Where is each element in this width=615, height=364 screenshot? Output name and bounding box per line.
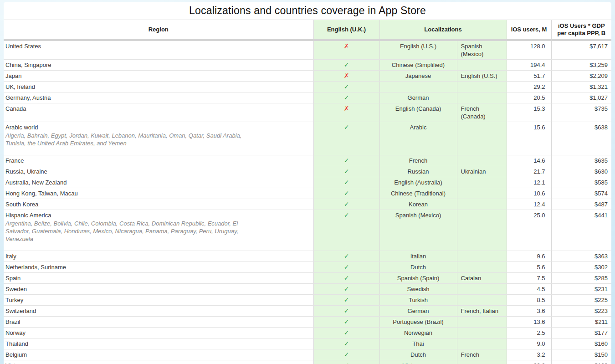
column-header-localizations: Localizations: [379, 20, 507, 41]
english-uk-cell: ✓: [313, 349, 379, 360]
english-uk-cell: ✓: [313, 295, 379, 306]
ios-users-cell: 2.5: [507, 328, 551, 338]
gdp-cell: $231: [551, 284, 611, 295]
check-icon: ✓: [344, 340, 349, 347]
region-name: China, Singapore: [5, 61, 312, 69]
english-uk-cell: ✓: [313, 360, 379, 364]
english-uk-cell: ✓: [313, 273, 379, 284]
table-row: Thailand✓Thai9.0$160: [4, 338, 611, 349]
gdp-cell: $574: [551, 188, 611, 199]
cross-icon: ✗: [344, 72, 349, 79]
english-uk-cell: ✓: [313, 92, 379, 103]
english-uk-cell: ✓: [313, 166, 379, 177]
localization-secondary-cell: [457, 60, 507, 71]
english-uk-cell: ✓: [313, 251, 379, 262]
check-icon: ✓: [344, 263, 349, 271]
check-icon: ✓: [344, 190, 349, 197]
ios-users-cell: 8.5: [507, 295, 551, 306]
localization-primary-cell: Turkish: [379, 295, 457, 306]
check-icon: ✓: [344, 329, 349, 336]
english-uk-cell: ✗: [313, 40, 379, 60]
gdp-cell: $630: [551, 166, 611, 177]
ios-users-cell: 4.5: [507, 284, 551, 295]
gdp-cell: $487: [551, 199, 611, 210]
table-row: France✓French14.6$635: [4, 155, 611, 166]
region-name: Japan: [5, 72, 312, 80]
localization-primary-cell: Korean: [379, 199, 457, 210]
gdp-cell: $285: [551, 273, 611, 284]
table-row: Norway✓Norwegian2.5$177: [4, 328, 611, 338]
gdp-cell: $3,259: [551, 60, 611, 71]
ios-users-cell: 21.7: [507, 166, 551, 177]
english-uk-cell: ✓: [313, 328, 379, 338]
english-uk-cell: ✓: [313, 60, 379, 71]
region-name: Hispanic America: [5, 211, 312, 219]
check-icon: ✓: [344, 123, 349, 131]
table-row: Italy✓Italian9.6$363: [4, 251, 611, 262]
cross-icon: ✗: [344, 105, 349, 112]
localization-primary-cell: French: [379, 155, 457, 166]
gdp-cell: $1,027: [551, 92, 611, 103]
region-cell: Spain: [4, 273, 313, 284]
check-icon: ✓: [344, 94, 349, 101]
localization-primary-cell: English (Australia): [379, 177, 457, 188]
region-cell: Canada: [4, 103, 313, 122]
localization-secondary-cell: [457, 328, 507, 338]
ios-users-cell: 9.0: [507, 338, 551, 349]
localization-primary-cell: Dutch: [379, 349, 457, 360]
localization-secondary-cell: [457, 155, 507, 166]
check-icon: ✓: [344, 157, 349, 164]
english-uk-cell: ✓: [313, 284, 379, 295]
ios-users-cell: 7.5: [507, 273, 551, 284]
region-cell: Sweden: [4, 284, 313, 295]
region-name: Thailand: [5, 340, 312, 348]
header-row: Region English (U.K.) Localizations iOS …: [4, 20, 611, 41]
region-cell: Hong Kong, Taiwan, Macau: [4, 188, 313, 199]
ios-users-cell: 3.6: [507, 306, 551, 317]
localization-primary-cell: German: [379, 92, 457, 103]
check-icon: ✓: [344, 61, 349, 68]
english-uk-cell: ✓: [313, 155, 379, 166]
ios-users-cell: 3.2: [507, 349, 551, 360]
localization-secondary-cell: French, Italian: [457, 306, 507, 317]
gdp-cell: $150: [551, 349, 611, 360]
region-note: Argentina, Belize, Bolivia, Chile, Colom…: [5, 220, 261, 243]
table-header: Region English (U.K.) Localizations iOS …: [4, 20, 611, 41]
localization-primary-cell: English (Canada): [379, 103, 457, 122]
check-icon: ✓: [344, 83, 349, 90]
localization-primary-cell: German: [379, 306, 457, 317]
english-uk-cell: ✓: [313, 306, 379, 317]
table-row: Turkey✓Turkish8.5$225: [4, 295, 611, 306]
english-uk-cell: ✓: [313, 188, 379, 199]
localization-secondary-cell: Catalan: [457, 273, 507, 284]
ios-users-cell: 194.4: [507, 60, 551, 71]
english-uk-cell: ✓: [313, 317, 379, 328]
region-cell: Italy: [4, 251, 313, 262]
table-row: Spain✓Spanish (Spain)Catalan7.5$285: [4, 273, 611, 284]
region-cell: Vietnam: [4, 360, 313, 364]
cross-icon: ✗: [344, 42, 349, 50]
table-row: Netherlands, Suriname✓Dutch5.6$302: [4, 262, 611, 273]
region-name: Netherlands, Suriname: [5, 263, 312, 271]
localization-secondary-cell: [457, 284, 507, 295]
ios-users-cell: 29.2: [507, 82, 551, 92]
ios-users-cell: 9.6: [507, 251, 551, 262]
localization-secondary-cell: [457, 295, 507, 306]
region-note: Algeria, Bahrain, Egypt, Jordan, Kuwait,…: [5, 132, 261, 147]
gdp-cell: $139: [551, 360, 611, 364]
english-uk-cell: ✓: [313, 262, 379, 273]
table-row: Vietnam✓Vietnamese20.2$139: [4, 360, 611, 364]
region-name: Belgium: [5, 351, 312, 359]
check-icon: ✓: [344, 351, 349, 358]
localization-secondary-cell: [457, 262, 507, 273]
check-icon: ✓: [344, 318, 349, 325]
table-row: Belgium✓DutchFrench3.2$150: [4, 349, 611, 360]
gdp-cell: $7,617: [551, 40, 611, 60]
english-uk-cell: ✓: [313, 122, 379, 155]
localization-secondary-cell: [457, 199, 507, 210]
region-name: South Korea: [5, 200, 312, 208]
check-icon: ✓: [344, 285, 349, 292]
region-cell: France: [4, 155, 313, 166]
localization-secondary-cell: [457, 188, 507, 199]
ios-users-cell: 25.0: [507, 210, 551, 251]
